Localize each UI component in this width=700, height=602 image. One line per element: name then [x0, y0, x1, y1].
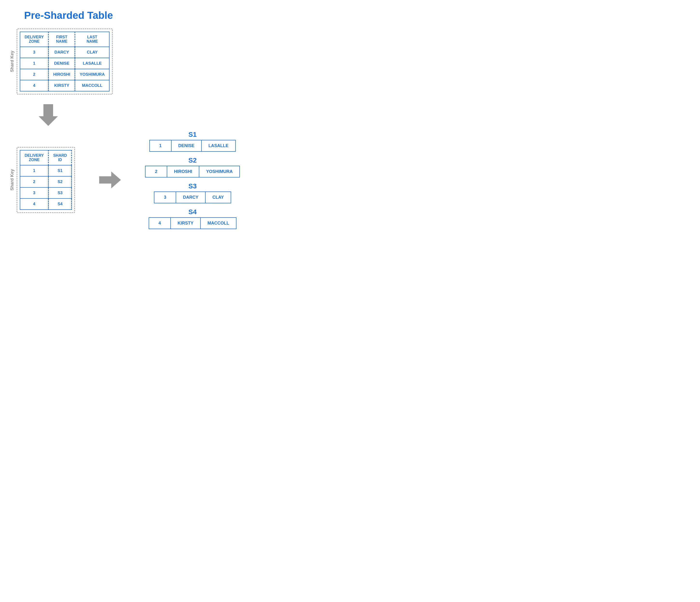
table-row: 3DARCYCLAY: [20, 47, 109, 58]
table-row: 4KIRSTYMACCOLL: [20, 80, 109, 91]
col-last-name: LASTNAME: [75, 32, 109, 47]
table-cell: 3: [20, 187, 49, 199]
shards-container: S11DENISELASALLES22HIROSHIYOSHIMURAS33DA…: [145, 131, 240, 229]
shard-cell: 3: [154, 192, 176, 203]
col-first-name: FIRSTNAME: [49, 32, 75, 47]
svg-marker-0: [39, 104, 58, 126]
shard-group: S44KIRSTYMACCOLL: [145, 208, 240, 229]
shard-key-label-bottom: Shard Key: [10, 169, 15, 190]
shard-label: S2: [189, 157, 197, 164]
table-cell: LASALLE: [75, 58, 109, 69]
left-bottom: Shard Key DELIVERYZONE SHARDID 1S12S23S3…: [10, 147, 75, 213]
shard-cell: MACCOLL: [201, 218, 236, 229]
shard-key-label-top: Shard Key: [10, 51, 15, 72]
shard-cell: KIRSTY: [171, 218, 201, 229]
table-cell: MACCOLL: [75, 80, 109, 91]
table-cell: CLAY: [75, 47, 109, 58]
table-header-row: DELIVERYZONE FIRSTNAME LASTNAME: [20, 32, 109, 47]
table-cell: S4: [49, 199, 72, 210]
shard-row: 1DENISELASALLE: [149, 140, 236, 152]
top-dashed-box: DELIVERYZONE FIRSTNAME LASTNAME 3DARCYCL…: [17, 28, 113, 95]
table-row: 2HIROSHIYOSHIMURA: [20, 69, 109, 80]
table-cell: 1: [20, 165, 49, 176]
table-cell: HIROSHI: [49, 69, 75, 80]
shard-group: S33DARCYCLAY: [145, 182, 240, 203]
bottom-section: Shard Key DELIVERYZONE SHARDID 1S12S23S3…: [10, 131, 270, 229]
table-cell: YOSHIMURA: [75, 69, 109, 80]
table-cell: 4: [20, 199, 49, 210]
table-cell: 4: [20, 80, 49, 91]
table-row: 4S4: [20, 199, 72, 210]
table-row: 1DENISELASALLE: [20, 58, 109, 69]
shard-cell: DARCY: [176, 192, 206, 203]
table-cell: DENISE: [49, 58, 75, 69]
shard-group: S22HIROSHIYOSHIMURA: [145, 157, 240, 178]
shard-group: S11DENISELASALLE: [145, 131, 240, 152]
shard-label: S4: [189, 208, 197, 216]
table-cell: 2: [20, 176, 49, 187]
shard-table-header-row: DELIVERYZONE SHARDID: [20, 150, 72, 165]
shard-cell: HIROSHI: [167, 166, 199, 177]
table-cell: 2: [20, 69, 49, 80]
page-title: Pre-Sharded Table: [24, 10, 270, 21]
arrow-right-icon: [99, 172, 121, 188]
shard-cell: 2: [146, 166, 167, 177]
table-row: 1S1: [20, 165, 72, 176]
shard-cell: CLAY: [206, 192, 230, 203]
svg-marker-1: [99, 172, 121, 188]
shard-label: S3: [189, 182, 197, 190]
shard-row: 2HIROSHIYOSHIMURA: [145, 166, 240, 178]
arrow-down-container: [39, 104, 270, 126]
shard-label: S1: [189, 131, 197, 138]
top-section: Shard Key DELIVERYZONE FIRSTNAME LASTNAM…: [10, 28, 270, 95]
pre-sharded-table: DELIVERYZONE FIRSTNAME LASTNAME 3DARCYCL…: [20, 32, 109, 91]
shard-mapping-table: DELIVERYZONE SHARDID 1S12S23S34S4: [20, 150, 72, 210]
shard-cell: LASALLE: [202, 140, 235, 151]
col-delivery-zone-2: DELIVERYZONE: [20, 150, 49, 165]
table-cell: S3: [49, 187, 72, 199]
shard-row: 4KIRSTYMACCOLL: [149, 217, 236, 229]
table-cell: 3: [20, 47, 49, 58]
shard-cell: DENISE: [172, 140, 202, 151]
shard-cell: 1: [150, 140, 172, 151]
bottom-dashed-box: DELIVERYZONE SHARDID 1S12S23S34S4: [17, 147, 75, 213]
table-cell: 1: [20, 58, 49, 69]
col-delivery-zone: DELIVERYZONE: [20, 32, 49, 47]
arrow-down-icon: [39, 104, 58, 126]
table-row: 3S3: [20, 187, 72, 199]
table-cell: KIRSTY: [49, 80, 75, 91]
shard-cell: 4: [149, 218, 171, 229]
shard-row: 3DARCYCLAY: [154, 191, 231, 203]
col-shard-id: SHARDID: [49, 150, 72, 165]
table-cell: DARCY: [49, 47, 75, 58]
table-row: 2S2: [20, 176, 72, 187]
shard-cell: YOSHIMURA: [199, 166, 240, 177]
table-cell: S1: [49, 165, 72, 176]
table-cell: S2: [49, 176, 72, 187]
